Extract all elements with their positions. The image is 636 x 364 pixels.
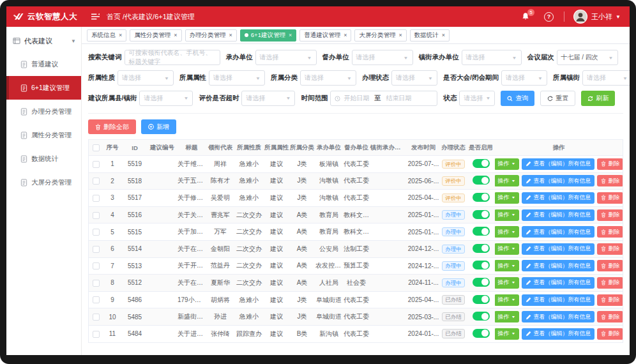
filter-select[interactable]: 请选择▼ <box>459 91 495 106</box>
filter-select[interactable]: 请选择▼ <box>582 70 630 86</box>
enable-toggle[interactable] <box>473 312 490 321</box>
sidebar-item[interactable]: 办理分类管理 <box>6 100 81 123</box>
filter-select[interactable]: 请选择▼ <box>139 91 193 106</box>
tab-item[interactable]: 大屏分类管理× <box>354 29 406 42</box>
filter-select[interactable]: 请选择▼ <box>117 70 174 86</box>
row-checkbox[interactable] <box>93 212 100 219</box>
filter-select[interactable]: 请选择▼ <box>255 50 317 65</box>
enable-toggle[interactable] <box>473 278 490 287</box>
delete-button[interactable]: 删除 <box>597 277 623 289</box>
row-checkbox[interactable] <box>93 296 100 303</box>
sidebar-item[interactable]: 数据统计 <box>6 147 81 171</box>
view-edit-button[interactable]: 查看（编辑）所有信息 <box>522 209 594 221</box>
filter-select[interactable]: 请选择▼ <box>209 70 265 86</box>
operate-button[interactable]: 操作▼ <box>495 226 519 238</box>
enable-toggle[interactable] <box>473 210 490 219</box>
delete-button[interactable]: 删除 <box>597 175 623 186</box>
operate-button[interactable]: 操作▼ <box>495 328 519 340</box>
help-icon[interactable]: ? <box>544 12 554 22</box>
reset-button[interactable]: 重置 <box>540 91 575 106</box>
delete-button[interactable]: 删除 <box>597 294 623 306</box>
menu-collapse-icon[interactable] <box>91 13 100 20</box>
view-edit-button[interactable]: 查看（编辑）所有信息 <box>522 158 594 170</box>
date-range-picker[interactable]: 开始日期至结束日期 <box>330 91 437 106</box>
view-edit-button[interactable]: 查看（编辑）所有信息 <box>522 226 594 238</box>
enable-toggle[interactable] <box>473 227 490 236</box>
delete-button[interactable]: 删除 <box>597 209 623 221</box>
operate-button[interactable]: 操作▼ <box>495 175 519 186</box>
row-checkbox[interactable] <box>93 314 100 321</box>
enable-toggle[interactable] <box>473 261 490 269</box>
enable-toggle[interactable] <box>473 159 490 168</box>
refresh-button[interactable]: 刷新 <box>581 91 615 106</box>
delete-button[interactable]: 删除 <box>597 328 623 340</box>
row-checkbox[interactable] <box>93 161 100 168</box>
operate-button[interactable]: 操作▼ <box>495 192 519 204</box>
filter-select[interactable]: 请选择▼ <box>391 70 437 86</box>
operate-button[interactable]: 操作▼ <box>495 243 519 255</box>
close-icon[interactable]: × <box>398 33 402 38</box>
add-button[interactable]: 新增 <box>141 119 176 134</box>
view-edit-button[interactable]: 查看（编辑）所有信息 <box>522 311 594 322</box>
tab-item[interactable]: 系统信息× <box>87 29 126 42</box>
tab-item[interactable]: 普通建议管理× <box>299 29 351 42</box>
view-edit-button[interactable]: 查看（编辑）所有信息 <box>522 277 594 289</box>
view-edit-button[interactable]: 查看（编辑）所有信息 <box>522 243 594 255</box>
close-icon[interactable]: × <box>119 33 122 38</box>
close-icon[interactable]: × <box>344 33 347 38</box>
operate-button[interactable]: 操作▼ <box>495 311 519 322</box>
delete-button[interactable]: 删除 <box>597 243 623 255</box>
operate-button[interactable]: 操作▼ <box>495 260 519 271</box>
row-checkbox[interactable] <box>93 280 100 287</box>
tab-item[interactable]: 属性分类管理× <box>130 29 181 42</box>
delete-button[interactable]: 删除 <box>597 226 623 238</box>
view-edit-button[interactable]: 查看（编辑）所有信息 <box>522 294 594 306</box>
operate-button[interactable]: 操作▼ <box>495 277 519 289</box>
view-edit-button[interactable]: 查看（编辑）所有信息 <box>522 175 594 186</box>
tab-active[interactable]: 6+1建议管理× <box>240 29 296 42</box>
operate-button[interactable]: 操作▼ <box>495 158 519 170</box>
sidebar-item[interactable]: 大屏分类管理 <box>6 171 81 194</box>
sidebar-group-suggestions[interactable]: 代表建议 ▼ <box>6 29 81 52</box>
filter-select[interactable]: 十七届 / 四次▼ <box>557 50 618 65</box>
tab-item[interactable]: 办理分类管理× <box>185 29 237 42</box>
close-icon[interactable]: × <box>229 33 232 38</box>
select-all-checkbox[interactable] <box>93 144 100 151</box>
username[interactable]: 王小祥 <box>591 12 612 22</box>
close-icon[interactable]: × <box>442 33 445 38</box>
close-icon[interactable]: × <box>174 33 177 38</box>
notification-bell-icon[interactable]: 5 <box>521 12 530 21</box>
row-checkbox[interactable] <box>93 229 100 236</box>
sidebar-item[interactable]: 属性分类管理 <box>6 123 81 147</box>
filter-select[interactable]: 请选择▼ <box>300 70 356 86</box>
row-checkbox[interactable] <box>93 331 100 338</box>
delete-button[interactable]: 删除 <box>597 158 623 170</box>
delete-button[interactable]: 删除 <box>597 192 623 204</box>
avatar[interactable] <box>573 10 587 24</box>
view-edit-button[interactable]: 查看（编辑）所有信息 <box>522 260 594 271</box>
enable-toggle[interactable] <box>473 329 490 338</box>
chevron-down-icon[interactable]: ▼ <box>616 14 621 20</box>
enable-toggle[interactable] <box>473 176 490 185</box>
row-checkbox[interactable] <box>93 262 100 269</box>
delete-all-button[interactable]: 删除全部 <box>88 119 136 134</box>
keyword-search-input[interactable]: 可搜索领衔代表名、手机号、标题关键字 <box>125 50 220 65</box>
close-icon[interactable]: × <box>289 33 292 38</box>
row-checkbox[interactable] <box>93 246 100 253</box>
view-edit-button[interactable]: 查看（编辑）所有信息 <box>522 328 594 340</box>
filter-select[interactable]: 请选择▼ <box>241 91 295 106</box>
filter-select[interactable]: 请选择▼ <box>352 50 413 65</box>
filter-select[interactable]: 请选择▼ <box>462 50 522 65</box>
enable-toggle[interactable] <box>473 244 490 253</box>
delete-button[interactable]: 删除 <box>597 260 623 271</box>
row-checkbox[interactable] <box>93 195 100 202</box>
sidebar-item[interactable]: 普通建议 <box>6 52 81 76</box>
delete-button[interactable]: 删除 <box>597 311 623 322</box>
row-checkbox[interactable] <box>93 178 100 185</box>
enable-toggle[interactable] <box>473 295 490 304</box>
query-button[interactable]: 查询 <box>501 91 534 106</box>
operate-button[interactable]: 操作▼ <box>495 209 519 221</box>
view-edit-button[interactable]: 查看（编辑）所有信息 <box>522 192 594 204</box>
tab-item[interactable]: 数据统计× <box>410 29 450 42</box>
enable-toggle[interactable] <box>473 193 490 202</box>
